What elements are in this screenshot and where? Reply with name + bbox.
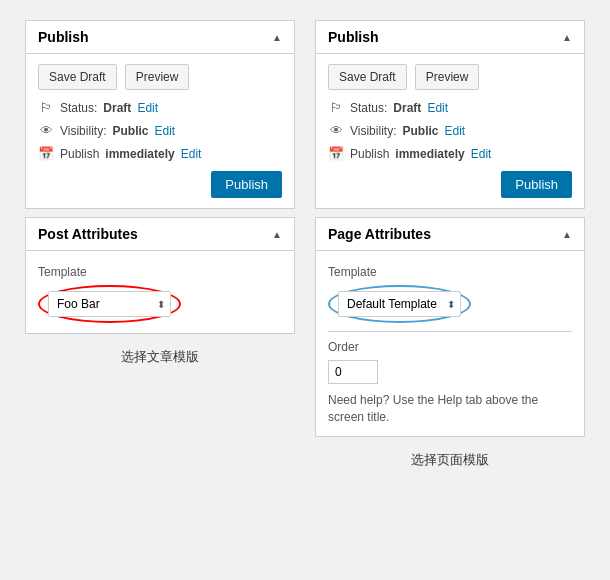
left-visibility-label: Visibility: <box>60 124 106 138</box>
right-template-oval: Default Template Foo Bar Full Width ⬍ <box>328 285 471 323</box>
right-save-draft-button[interactable]: Save Draft <box>328 64 407 90</box>
right-eye-icon: 👁 <box>328 123 344 138</box>
left-publish-header: Publish ▲ <box>26 21 294 54</box>
right-template-select[interactable]: Default Template Foo Bar Full Width <box>338 291 461 317</box>
right-visibility-row: 👁 Visibility: Public Edit <box>328 123 572 138</box>
left-status-edit[interactable]: Edit <box>137 101 158 115</box>
left-status-value: Draft <box>103 101 131 115</box>
right-attributes-body: Template Default Template Foo Bar Full W… <box>316 251 584 436</box>
right-calendar-icon: 📅 <box>328 146 344 161</box>
right-help-text: Need help? Use the Help tab above the sc… <box>328 392 572 426</box>
right-publish-title: Publish <box>328 29 379 45</box>
left-publish-row: Publish <box>38 171 282 198</box>
right-schedule-value: immediately <box>395 147 464 161</box>
left-status-row: 🏳 Status: Draft Edit <box>38 100 282 115</box>
left-visibility-row: 👁 Visibility: Public Edit <box>38 123 282 138</box>
eye-icon: 👁 <box>38 123 54 138</box>
right-order-label: Order <box>328 340 572 354</box>
right-status-edit[interactable]: Edit <box>427 101 448 115</box>
left-publish-arrow: ▲ <box>272 32 282 43</box>
right-publish-body: Save Draft Preview 🏳 Status: Draft Edit … <box>316 54 584 208</box>
right-column: Publish ▲ Save Draft Preview 🏳 Status: D… <box>315 20 585 469</box>
right-attributes-arrow: ▲ <box>562 229 572 240</box>
right-schedule-row: 📅 Publish immediately Edit <box>328 146 572 161</box>
left-template-label: Template <box>38 265 282 279</box>
calendar-icon: 📅 <box>38 146 54 161</box>
left-attributes-header: Post Attributes ▲ <box>26 218 294 251</box>
right-schedule-label: Publish <box>350 147 389 161</box>
left-publish-title: Publish <box>38 29 89 45</box>
right-publish-button[interactable]: Publish <box>501 171 572 198</box>
right-attributes-title: Page Attributes <box>328 226 431 242</box>
right-attributes-header: Page Attributes ▲ <box>316 218 584 251</box>
right-preview-button[interactable]: Preview <box>415 64 480 90</box>
right-status-row: 🏳 Status: Draft Edit <box>328 100 572 115</box>
left-schedule-value: immediately <box>105 147 174 161</box>
right-publish-row: Publish <box>328 171 572 198</box>
left-attributes-title: Post Attributes <box>38 226 138 242</box>
right-schedule-edit[interactable]: Edit <box>471 147 492 161</box>
right-flag-icon: 🏳 <box>328 100 344 115</box>
left-visibility-edit[interactable]: Edit <box>154 124 175 138</box>
left-attributes-arrow: ▲ <box>272 229 282 240</box>
right-caption: 选择页面模版 <box>411 451 489 469</box>
left-visibility-value: Public <box>112 124 148 138</box>
left-button-row: Save Draft Preview <box>38 64 282 90</box>
left-schedule-label: Publish <box>60 147 99 161</box>
right-visibility-value: Public <box>402 124 438 138</box>
right-template-select-wrapper: Default Template Foo Bar Full Width ⬍ <box>338 291 461 317</box>
right-visibility-label: Visibility: <box>350 124 396 138</box>
left-template-select[interactable]: Foo Bar Default Template Full Width <box>48 291 171 317</box>
left-save-draft-button[interactable]: Save Draft <box>38 64 117 90</box>
left-template-select-wrapper: Foo Bar Default Template Full Width ⬍ <box>48 291 171 317</box>
right-status-value: Draft <box>393 101 421 115</box>
right-publish-header: Publish ▲ <box>316 21 584 54</box>
left-publish-panel: Publish ▲ Save Draft Preview 🏳 Status: D… <box>25 20 295 209</box>
left-schedule-edit[interactable]: Edit <box>181 147 202 161</box>
left-schedule-row: 📅 Publish immediately Edit <box>38 146 282 161</box>
left-template-oval: Foo Bar Default Template Full Width ⬍ <box>38 285 181 323</box>
right-publish-arrow: ▲ <box>562 32 572 43</box>
right-order-input[interactable] <box>328 360 378 384</box>
right-publish-panel: Publish ▲ Save Draft Preview 🏳 Status: D… <box>315 20 585 209</box>
right-divider <box>328 331 572 332</box>
right-status-label: Status: <box>350 101 387 115</box>
right-button-row: Save Draft Preview <box>328 64 572 90</box>
left-publish-body: Save Draft Preview 🏳 Status: Draft Edit … <box>26 54 294 208</box>
left-status-label: Status: <box>60 101 97 115</box>
left-attributes-body: Template Foo Bar Default Template Full W… <box>26 251 294 333</box>
flag-icon: 🏳 <box>38 100 54 115</box>
right-attributes-panel: Page Attributes ▲ Template Default Templ… <box>315 217 585 437</box>
left-preview-button[interactable]: Preview <box>125 64 190 90</box>
left-caption: 选择文章模版 <box>121 348 199 366</box>
right-template-label: Template <box>328 265 572 279</box>
left-attributes-panel: Post Attributes ▲ Template Foo Bar Defau… <box>25 217 295 334</box>
left-column: Publish ▲ Save Draft Preview 🏳 Status: D… <box>25 20 295 366</box>
right-visibility-edit[interactable]: Edit <box>444 124 465 138</box>
left-publish-button[interactable]: Publish <box>211 171 282 198</box>
